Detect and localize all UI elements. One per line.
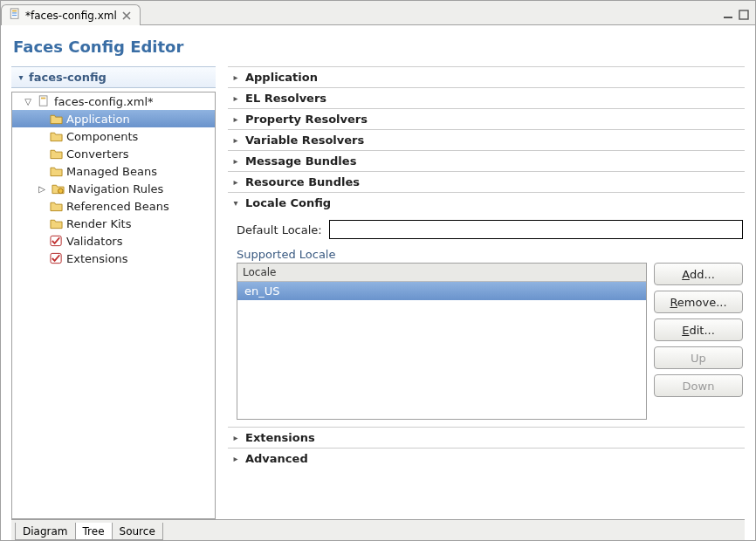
expand-toggle-icon[interactable]: ▷ xyxy=(37,184,47,194)
tree-item-label: Render Kits xyxy=(66,217,131,230)
tree-item-label: Extensions xyxy=(66,252,128,265)
svg-rect-7 xyxy=(41,98,45,99)
tab-diagram[interactable]: Diagram xyxy=(15,523,76,540)
tree-item-converters[interactable]: Converters xyxy=(12,145,215,162)
remove-button[interactable]: Remove... xyxy=(654,291,743,313)
left-pane: ▾ faces-config ▽ faces-config.x xyxy=(11,66,216,519)
editor-mode-tabs: Diagram Tree Source xyxy=(11,519,745,540)
section-label: Locale Config xyxy=(245,196,331,209)
svg-rect-2 xyxy=(12,12,17,13)
locale-config-body: Default Locale: Supported Locale Locale … xyxy=(228,213,745,427)
folder-icon xyxy=(49,147,63,161)
section-extensions[interactable]: ▸Extensions xyxy=(228,428,745,448)
locale-row[interactable]: en_US xyxy=(237,282,646,300)
chevron-right-icon: ▸ xyxy=(231,156,240,166)
tab-source[interactable]: Source xyxy=(112,523,163,540)
tree-item-components[interactable]: Components xyxy=(12,127,215,145)
section-variable-resolvers[interactable]: ▸Variable Resolvers xyxy=(228,130,745,150)
tree-item-label: Validators xyxy=(66,235,122,248)
section-property-resolvers[interactable]: ▸Property Resolvers xyxy=(228,109,745,129)
section-application[interactable]: ▸Application xyxy=(228,67,745,87)
check-icon xyxy=(49,234,63,248)
section-label: Extensions xyxy=(245,431,315,444)
up-button[interactable]: Up xyxy=(654,346,743,369)
config-tree[interactable]: ▽ faces-config.xml* Applicat xyxy=(11,92,216,519)
tree-item-label: Navigation Rules xyxy=(68,182,163,195)
chevron-right-icon: ▸ xyxy=(231,72,240,82)
section-label: Variable Resolvers xyxy=(245,134,364,147)
tree-item-referenced-beans[interactable]: Referenced Beans xyxy=(12,197,215,215)
file-tab-label: *faces-config.xml xyxy=(25,10,117,22)
folder-icon xyxy=(49,199,63,213)
section-label: Property Resolvers xyxy=(245,113,368,126)
default-locale-label: Default Locale: xyxy=(237,223,322,236)
chevron-right-icon: ▸ xyxy=(231,177,240,187)
default-locale-input[interactable] xyxy=(329,220,743,239)
locale-table-header: Locale xyxy=(237,264,646,282)
folder-icon xyxy=(49,164,63,178)
expand-toggle-icon[interactable]: ▽ xyxy=(23,97,33,106)
section-label: Resource Bundles xyxy=(245,175,360,188)
right-pane: ▸Application ▸EL Resolvers ▸Property Res… xyxy=(228,66,745,519)
page-title: Faces Config Editor xyxy=(13,38,745,56)
supported-locale-label: Supported Locale xyxy=(237,248,743,261)
tree-root-label: faces-config.xml* xyxy=(54,95,154,108)
file-tabbar: *faces-config.xml xyxy=(1,1,755,25)
tree-item-label: Referenced Beans xyxy=(66,200,169,213)
svg-rect-3 xyxy=(12,15,17,16)
section-locale-config[interactable]: ▾Locale Config xyxy=(228,193,745,213)
faces-file-icon xyxy=(9,8,22,23)
file-tab[interactable]: *faces-config.xml xyxy=(1,4,141,25)
tree-item-label: Managed Beans xyxy=(66,165,157,178)
section-el-resolvers[interactable]: ▸EL Resolvers xyxy=(228,88,745,108)
tree-item-validators[interactable]: Validators xyxy=(12,232,215,250)
tree-item-navigation-rules[interactable]: ▷ Navigation Rules xyxy=(12,180,215,197)
tree-item-label: Converters xyxy=(66,147,129,161)
chevron-right-icon: ▸ xyxy=(231,135,240,145)
split-pane: ▾ faces-config ▽ faces-config.x xyxy=(11,66,745,519)
section-message-bundles[interactable]: ▸Message Bundles xyxy=(228,151,745,171)
svg-rect-4 xyxy=(724,17,732,18)
close-tab-icon[interactable] xyxy=(120,10,133,22)
tree-item-label: Application xyxy=(66,113,130,126)
tree-item-application[interactable]: Application xyxy=(12,110,215,127)
chevron-down-icon: ▾ xyxy=(231,198,240,208)
window-controls xyxy=(722,8,755,24)
check-icon xyxy=(49,251,63,265)
add-button[interactable]: Add... xyxy=(654,263,743,285)
tree-root[interactable]: ▽ faces-config.xml* xyxy=(12,92,215,110)
tab-tree[interactable]: Tree xyxy=(75,523,113,540)
editor-area: Faces Config Editor ▾ faces-config ▽ xyxy=(1,25,755,540)
folder-nav-icon xyxy=(51,181,65,195)
section-advanced[interactable]: ▸Advanced xyxy=(228,449,745,469)
folder-icon xyxy=(49,112,63,126)
maximize-icon[interactable] xyxy=(738,8,750,24)
chevron-right-icon: ▸ xyxy=(231,93,240,103)
section-label: EL Resolvers xyxy=(245,92,326,105)
section-label: Message Bundles xyxy=(245,154,356,168)
tree-item-render-kits[interactable]: Render Kits xyxy=(12,215,215,232)
chevron-right-icon: ▸ xyxy=(231,433,240,442)
locale-buttons: Add... Remove... Edit... Up Down xyxy=(654,263,743,420)
editor-window: *faces-config.xml Faces Config Editor ▾ … xyxy=(0,0,756,541)
expand-icon: ▾ xyxy=(17,72,25,82)
section-resource-bundles[interactable]: ▸Resource Bundles xyxy=(228,172,745,192)
xml-file-icon xyxy=(37,94,51,108)
locale-table[interactable]: Locale en_US xyxy=(237,263,647,420)
folder-icon xyxy=(49,129,63,143)
tree-item-label: Components xyxy=(66,130,138,143)
svg-rect-1 xyxy=(12,10,17,12)
svg-rect-6 xyxy=(39,96,47,106)
svg-point-8 xyxy=(58,188,63,194)
minimize-icon[interactable] xyxy=(722,8,734,24)
tree-item-managed-beans[interactable]: Managed Beans xyxy=(12,162,215,180)
tree-section-head[interactable]: ▾ faces-config xyxy=(11,66,216,88)
edit-button[interactable]: Edit... xyxy=(654,318,743,341)
section-label: Application xyxy=(245,71,318,84)
svg-rect-5 xyxy=(739,10,748,19)
tree-item-extensions[interactable]: Extensions xyxy=(12,250,215,267)
chevron-right-icon: ▸ xyxy=(231,114,240,124)
section-label: Advanced xyxy=(245,452,308,465)
chevron-right-icon: ▸ xyxy=(231,454,240,463)
down-button[interactable]: Down xyxy=(654,374,743,397)
